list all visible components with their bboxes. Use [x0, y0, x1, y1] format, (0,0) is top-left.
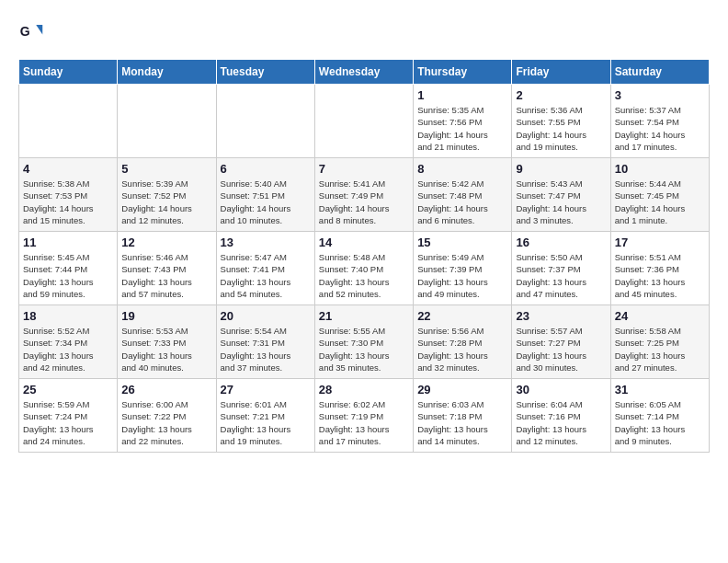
- day-info: Sunrise: 5:36 AM Sunset: 7:55 PM Dayligh…: [516, 104, 606, 153]
- day-number: 16: [516, 236, 606, 249]
- day-number: 24: [615, 309, 705, 323]
- day-number: 22: [417, 309, 507, 323]
- weekday-header: Friday: [512, 60, 610, 85]
- calendar-week-row: 18Sunrise: 5:52 AM Sunset: 7:34 PM Dayli…: [19, 305, 710, 379]
- weekday-header: Saturday: [610, 60, 709, 85]
- weekday-header: Thursday: [414, 60, 512, 85]
- day-number: 23: [516, 309, 606, 323]
- calendar-cell: 8Sunrise: 5:42 AM Sunset: 7:48 PM Daylig…: [414, 158, 512, 232]
- day-number: 25: [23, 383, 113, 396]
- day-info: Sunrise: 5:39 AM Sunset: 7:52 PM Dayligh…: [121, 178, 211, 226]
- day-info: Sunrise: 5:50 AM Sunset: 7:37 PM Dayligh…: [516, 251, 606, 300]
- day-info: Sunrise: 5:35 AM Sunset: 7:56 PM Dayligh…: [417, 104, 507, 153]
- calendar-cell: [314, 85, 413, 158]
- calendar-cell: 16Sunrise: 5:50 AM Sunset: 7:37 PM Dayli…: [512, 232, 610, 305]
- day-number: 28: [319, 383, 409, 396]
- day-info: Sunrise: 5:49 AM Sunset: 7:39 PM Dayligh…: [417, 251, 507, 300]
- calendar-cell: 26Sunrise: 6:00 AM Sunset: 7:22 PM Dayli…: [118, 379, 216, 453]
- calendar-cell: 11Sunrise: 5:45 AM Sunset: 7:44 PM Dayli…: [19, 232, 118, 305]
- calendar-week-row: 1Sunrise: 5:35 AM Sunset: 7:56 PM Daylig…: [19, 85, 710, 158]
- calendar-cell: 2Sunrise: 5:36 AM Sunset: 7:55 PM Daylig…: [512, 85, 610, 158]
- calendar-cell: [118, 85, 216, 158]
- day-info: Sunrise: 5:56 AM Sunset: 7:28 PM Dayligh…: [417, 325, 507, 373]
- day-info: Sunrise: 5:45 AM Sunset: 7:44 PM Dayligh…: [23, 251, 113, 300]
- day-number: 13: [221, 236, 311, 249]
- day-info: Sunrise: 5:38 AM Sunset: 7:53 PM Dayligh…: [23, 178, 113, 226]
- calendar-cell: 20Sunrise: 5:54 AM Sunset: 7:31 PM Dayli…: [216, 305, 314, 379]
- day-number: 15: [417, 236, 507, 249]
- calendar-week-row: 4Sunrise: 5:38 AM Sunset: 7:53 PM Daylig…: [19, 158, 710, 232]
- day-info: Sunrise: 5:37 AM Sunset: 7:54 PM Dayligh…: [615, 104, 705, 153]
- calendar-week-row: 25Sunrise: 5:59 AM Sunset: 7:24 PM Dayli…: [19, 379, 710, 453]
- calendar-cell: 7Sunrise: 5:41 AM Sunset: 7:49 PM Daylig…: [314, 158, 413, 232]
- calendar-cell: 13Sunrise: 5:47 AM Sunset: 7:41 PM Dayli…: [216, 232, 314, 305]
- day-info: Sunrise: 6:01 AM Sunset: 7:21 PM Dayligh…: [221, 398, 311, 447]
- day-number: 21: [319, 309, 409, 323]
- weekday-header: Sunday: [19, 60, 118, 85]
- calendar-cell: 6Sunrise: 5:40 AM Sunset: 7:51 PM Daylig…: [216, 158, 314, 232]
- calendar-cell: 12Sunrise: 5:46 AM Sunset: 7:43 PM Dayli…: [118, 232, 216, 305]
- day-number: 9: [516, 162, 606, 176]
- calendar-cell: 21Sunrise: 5:55 AM Sunset: 7:30 PM Dayli…: [314, 305, 413, 379]
- day-number: 29: [417, 383, 507, 396]
- calendar-cell: 25Sunrise: 5:59 AM Sunset: 7:24 PM Dayli…: [19, 379, 118, 453]
- day-number: 14: [319, 236, 409, 249]
- day-number: 31: [615, 383, 705, 396]
- calendar-cell: 9Sunrise: 5:43 AM Sunset: 7:47 PM Daylig…: [512, 158, 610, 232]
- calendar-cell: 3Sunrise: 5:37 AM Sunset: 7:54 PM Daylig…: [610, 85, 709, 158]
- day-info: Sunrise: 5:57 AM Sunset: 7:27 PM Dayligh…: [516, 325, 606, 373]
- day-number: 18: [23, 309, 113, 323]
- calendar-cell: 5Sunrise: 5:39 AM Sunset: 7:52 PM Daylig…: [118, 158, 216, 232]
- svg-text:G: G: [20, 24, 30, 39]
- day-number: 10: [615, 162, 705, 176]
- day-number: 2: [516, 88, 606, 102]
- calendar-cell: 24Sunrise: 5:58 AM Sunset: 7:25 PM Dayli…: [610, 305, 709, 379]
- day-info: Sunrise: 5:43 AM Sunset: 7:47 PM Dayligh…: [516, 178, 606, 226]
- day-number: 30: [516, 383, 606, 396]
- calendar-cell: 4Sunrise: 5:38 AM Sunset: 7:53 PM Daylig…: [19, 158, 118, 232]
- calendar-cell: 10Sunrise: 5:44 AM Sunset: 7:45 PM Dayli…: [610, 158, 709, 232]
- calendar-cell: 15Sunrise: 5:49 AM Sunset: 7:39 PM Dayli…: [414, 232, 512, 305]
- calendar-cell: 18Sunrise: 5:52 AM Sunset: 7:34 PM Dayli…: [19, 305, 118, 379]
- day-info: Sunrise: 5:54 AM Sunset: 7:31 PM Dayligh…: [221, 325, 311, 373]
- day-number: 6: [221, 162, 311, 176]
- day-info: Sunrise: 5:40 AM Sunset: 7:51 PM Dayligh…: [221, 178, 311, 226]
- day-number: 7: [319, 162, 409, 176]
- day-info: Sunrise: 5:46 AM Sunset: 7:43 PM Dayligh…: [121, 251, 211, 300]
- weekday-header: Tuesday: [216, 60, 314, 85]
- day-number: 17: [615, 236, 705, 249]
- day-info: Sunrise: 6:04 AM Sunset: 7:16 PM Dayligh…: [516, 398, 606, 447]
- logo-icon: G: [18, 18, 44, 44]
- day-info: Sunrise: 5:42 AM Sunset: 7:48 PM Dayligh…: [417, 178, 507, 226]
- calendar-cell: [216, 85, 314, 158]
- day-number: 20: [221, 309, 311, 323]
- day-number: 1: [417, 88, 507, 102]
- logo: G: [18, 18, 48, 44]
- day-number: 11: [23, 236, 113, 249]
- day-number: 4: [23, 162, 113, 176]
- calendar-cell: 17Sunrise: 5:51 AM Sunset: 7:36 PM Dayli…: [610, 232, 709, 305]
- calendar-cell: 23Sunrise: 5:57 AM Sunset: 7:27 PM Dayli…: [512, 305, 610, 379]
- weekday-header: Monday: [118, 60, 216, 85]
- day-number: 26: [121, 383, 211, 396]
- day-info: Sunrise: 5:51 AM Sunset: 7:36 PM Dayligh…: [615, 251, 705, 300]
- day-number: 19: [121, 309, 211, 323]
- day-info: Sunrise: 6:02 AM Sunset: 7:19 PM Dayligh…: [319, 398, 409, 447]
- day-info: Sunrise: 5:41 AM Sunset: 7:49 PM Dayligh…: [319, 178, 409, 226]
- calendar-cell: 28Sunrise: 6:02 AM Sunset: 7:19 PM Dayli…: [314, 379, 413, 453]
- day-info: Sunrise: 5:53 AM Sunset: 7:33 PM Dayligh…: [121, 325, 211, 373]
- day-number: 8: [417, 162, 507, 176]
- calendar-cell: 19Sunrise: 5:53 AM Sunset: 7:33 PM Dayli…: [118, 305, 216, 379]
- calendar-cell: 1Sunrise: 5:35 AM Sunset: 7:56 PM Daylig…: [414, 85, 512, 158]
- calendar-header-row: SundayMondayTuesdayWednesdayThursdayFrid…: [19, 60, 710, 85]
- calendar-cell: 30Sunrise: 6:04 AM Sunset: 7:16 PM Dayli…: [512, 379, 610, 453]
- day-info: Sunrise: 6:00 AM Sunset: 7:22 PM Dayligh…: [121, 398, 211, 447]
- calendar-cell: [19, 85, 118, 158]
- calendar-cell: 22Sunrise: 5:56 AM Sunset: 7:28 PM Dayli…: [414, 305, 512, 379]
- day-number: 27: [221, 383, 311, 396]
- day-info: Sunrise: 5:44 AM Sunset: 7:45 PM Dayligh…: [615, 178, 705, 226]
- day-number: 3: [615, 88, 705, 102]
- day-info: Sunrise: 6:05 AM Sunset: 7:14 PM Dayligh…: [615, 398, 705, 447]
- day-info: Sunrise: 6:03 AM Sunset: 7:18 PM Dayligh…: [417, 398, 507, 447]
- calendar-cell: 29Sunrise: 6:03 AM Sunset: 7:18 PM Dayli…: [414, 379, 512, 453]
